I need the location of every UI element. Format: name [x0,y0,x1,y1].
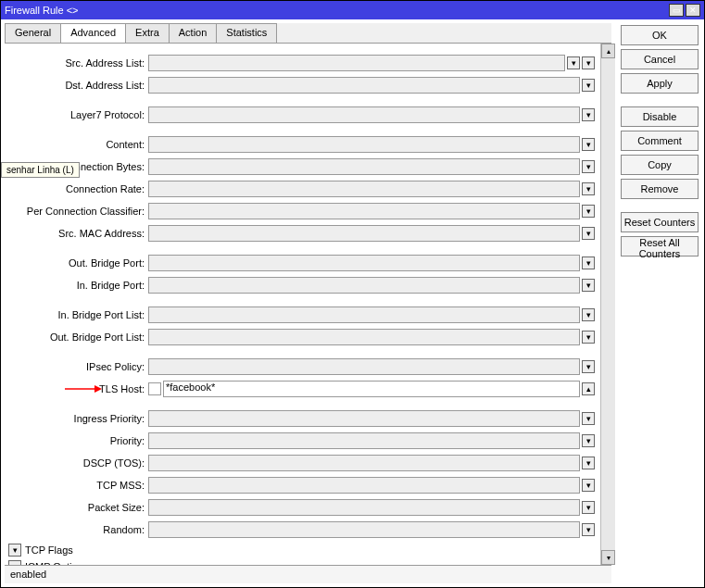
toggle-icon[interactable]: ▾ [582,108,595,121]
toggle-icon[interactable]: ▾ [582,308,595,321]
ingress-prio-input[interactable] [148,410,580,427]
dropdown-icon[interactable]: ▾ [567,56,580,69]
content-input[interactable] [148,136,580,153]
label-per-conn-class: Per Connection Classifier: [5,206,148,217]
out-bridge-list-input[interactable] [148,329,580,345]
titlebar: Firewall Rule <> ▭ ✕ [1,1,704,19]
label-random: Random: [5,524,148,535]
toggle-icon[interactable]: ▾ [582,479,595,492]
toggle-icon[interactable]: ▾ [582,256,595,269]
toggle-icon[interactable]: ▾ [582,279,595,292]
toggle-icon[interactable]: ▴ [582,382,595,395]
toggle-icon[interactable]: ▾ [582,138,595,151]
toggle-icon[interactable]: ▾ [582,412,595,425]
label-ingress-prio: Ingress Priority: [5,413,148,424]
label-dst-addr-list: Dst. Address List: [5,80,148,91]
scrollbar[interactable]: ▴ ▾ [600,44,615,565]
section-tcp-flags[interactable]: ▾TCP Flags [5,542,595,558]
toggle-icon[interactable]: ▾ [582,360,595,373]
label-packet-size: Packet Size: [5,502,148,513]
label-out-bridge-list: Out. Bridge Port List: [5,332,148,343]
tab-action[interactable]: Action [169,23,218,43]
apply-button[interactable]: Apply [621,73,699,94]
tabs: General Advanced Extra Action Statistics [5,23,611,44]
toggle-icon[interactable]: ▾ [582,160,595,173]
dst-addr-list-input[interactable] [148,77,580,94]
tooltip: senhar Linha (L) [1,162,80,178]
section-label: ICMP Options [25,561,88,565]
tcp-mss-input[interactable] [148,477,580,494]
conn-rate-input[interactable] [148,181,580,197]
toggle-icon[interactable]: ▾ [582,205,595,218]
label-dscp: DSCP (TOS): [5,457,148,469]
toggle-icon[interactable]: ▾ [582,182,595,195]
label-content: Content: [5,139,148,150]
toggle-icon[interactable]: ▾ [582,523,595,536]
random-input[interactable] [148,521,580,538]
tab-extra[interactable]: Extra [125,23,170,43]
remove-button[interactable]: Remove [621,179,699,199]
tab-general[interactable]: General [5,23,61,43]
toggle-icon[interactable]: ▾ [582,56,595,69]
tls-host-checkbox[interactable] [148,382,161,395]
tls-host-input[interactable]: *facebook* [163,381,580,397]
src-addr-list-input[interactable] [148,55,565,71]
disable-button[interactable]: Disable [621,106,699,127]
per-conn-class-input[interactable] [148,203,580,219]
minimize-button[interactable]: ▭ [669,4,684,17]
chevron-down-icon[interactable]: ▾ [8,544,21,557]
section-icmp[interactable]: ▾ICMP Options [5,558,595,565]
toggle-icon[interactable]: ▾ [582,331,595,344]
dscp-input[interactable] [148,455,580,471]
tab-statistics[interactable]: Statistics [216,23,277,43]
chevron-down-icon[interactable]: ▾ [8,560,21,565]
toggle-icon[interactable]: ▾ [582,457,595,469]
toggle-icon[interactable]: ▾ [582,227,595,240]
packet-size-input[interactable] [148,499,580,516]
comment-button[interactable]: Comment [621,131,699,151]
label-conn-rate: Connection Rate: [5,183,148,194]
scroll-down-icon[interactable]: ▾ [601,550,615,565]
toggle-icon[interactable]: ▾ [582,79,595,92]
out-bridge-input[interactable] [148,255,580,271]
cancel-button[interactable]: Cancel [621,49,699,69]
sidebar: OK Cancel Apply Disable Comment Copy Rem… [615,19,704,587]
label-out-bridge: Out. Bridge Port: [5,257,148,269]
label-in-bridge-list: In. Bridge Port List: [5,309,148,320]
label-layer7: Layer7 Protocol: [5,109,148,120]
label-priority: Priority: [5,435,148,446]
reset-all-counters-button[interactable]: Reset All Counters [621,236,699,256]
conn-bytes-input[interactable] [148,158,580,175]
label-src-mac: Src. MAC Address: [5,228,148,239]
section-label: TCP Flags [25,544,73,556]
priority-input[interactable] [148,432,580,449]
close-button[interactable]: ✕ [686,4,700,17]
in-bridge-input[interactable] [148,277,580,294]
toggle-icon[interactable]: ▾ [582,434,595,447]
src-mac-input[interactable] [148,225,580,242]
ipsec-input[interactable] [148,358,580,375]
ok-button[interactable]: OK [621,25,699,45]
label-tls-host: TLS Host: [5,383,148,394]
copy-button[interactable]: Copy [621,155,699,175]
in-bridge-list-input[interactable] [148,307,580,323]
layer7-input[interactable] [148,106,580,123]
tab-advanced[interactable]: Advanced [60,23,126,43]
reset-counters-button[interactable]: Reset Counters [621,212,699,232]
label-in-bridge: In. Bridge Port: [5,280,148,291]
toggle-icon[interactable]: ▾ [582,501,595,514]
label-ipsec: IPsec Policy: [5,361,148,372]
window-title: Firewall Rule <> [5,5,669,16]
label-tcp-mss: TCP MSS: [5,480,148,491]
label-src-addr-list: Src. Address List: [5,57,148,69]
scroll-up-icon[interactable]: ▴ [601,44,615,58]
status-bar: enabled [5,565,611,583]
